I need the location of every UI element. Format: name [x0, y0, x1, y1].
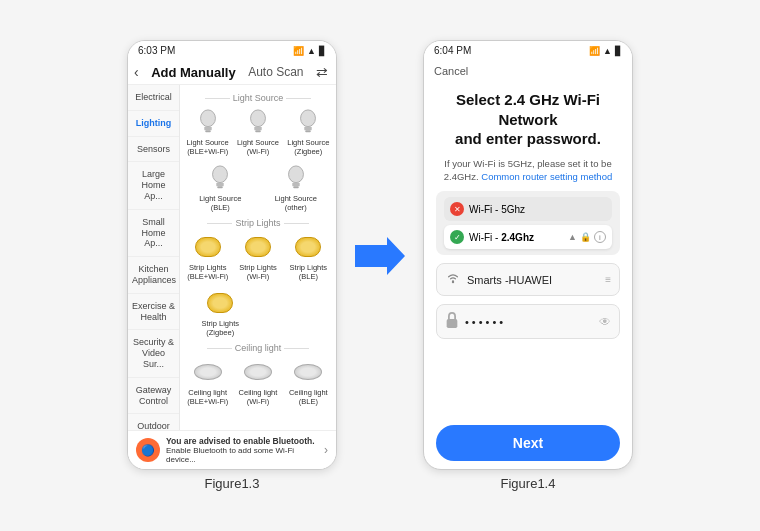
- svg-point-0: [200, 110, 215, 127]
- device-ceiling-wifi[interactable]: Ceiling light(Wi-Fi): [234, 356, 281, 408]
- f13-tabs: Electrical Lighting Sensors Large Home A…: [128, 85, 336, 430]
- f13-content: Light Source Light Source(BLE+Wi-Fi): [180, 85, 336, 430]
- section-light-source: Light Source: [184, 93, 332, 103]
- svg-point-6: [301, 110, 316, 127]
- ceiling-icon-ble: [294, 358, 322, 386]
- status-bar-f14: 6:04 PM 📶 ▲ ▊: [424, 41, 632, 60]
- network-edit-icon[interactable]: ≡: [605, 274, 611, 285]
- sidebar-item-large-home[interactable]: Large Home Ap...: [128, 162, 179, 209]
- phone-figure14: 6:04 PM 📶 ▲ ▊ Cancel Select 2.4 GHz Wi-F…: [423, 40, 633, 470]
- strip-icon-ble: [294, 233, 322, 261]
- ceiling-icon-wifi: [244, 358, 272, 386]
- wifi-check-24ghz: ✓: [450, 230, 464, 244]
- svg-rect-5: [255, 130, 261, 132]
- f13-header: ‹ Add Manually Auto Scan ⇄: [128, 60, 336, 85]
- section-ceiling: Ceiling light: [184, 343, 332, 353]
- device-ceiling-ble[interactable]: Ceiling light(BLE): [285, 356, 332, 408]
- svg-marker-15: [355, 237, 405, 275]
- svg-rect-7: [305, 127, 312, 131]
- svg-point-9: [213, 166, 228, 183]
- svg-rect-11: [217, 186, 223, 188]
- device-light-zigbee[interactable]: Light Source(Zigbee): [285, 106, 332, 158]
- battery-icon-f13: ▊: [319, 46, 326, 56]
- sidebar-item-lighting[interactable]: Lighting: [128, 111, 179, 137]
- svg-rect-14: [293, 186, 299, 188]
- f13-header-title: Add Manually: [151, 65, 236, 80]
- svg-point-12: [288, 166, 303, 183]
- ceiling-icon-ble-wifi: [194, 358, 222, 386]
- section-strip-lights: Strip Lights: [184, 218, 332, 228]
- svg-rect-13: [292, 183, 299, 187]
- svg-point-16: [452, 281, 454, 283]
- status-icons-f14: 📶 ▲ ▊: [589, 46, 622, 56]
- ceiling-light-grid: Ceiling light(BLE+Wi-Fi) Ceiling light(W…: [184, 356, 332, 408]
- main-container: 6:03 PM 📶 ▲ ▊ ‹ Add Manually Auto Scan ⇄…: [107, 30, 653, 501]
- figure13-label: Figure1.3: [205, 476, 260, 491]
- device-strip-ble[interactable]: Strip Lights(BLE): [285, 231, 332, 283]
- figure14-label: Figure1.4: [501, 476, 556, 491]
- wifi-options-list: ✕ Wi-Fi - 5Ghz ✓ Wi-Fi - 2.4Ghz ▲ 🔒 i: [436, 191, 620, 255]
- wifi-lock-icon: 🔒: [580, 232, 591, 242]
- device-strip-ble-wifi[interactable]: Strip Lights(BLE+Wi-Fi): [184, 231, 231, 283]
- bulb-icon-wifi: [244, 108, 272, 136]
- svg-rect-2: [205, 130, 211, 132]
- svg-rect-8: [306, 130, 312, 132]
- footer-sub-text: Enable Bluetooth to add some Wi-Fi devic…: [166, 446, 294, 464]
- password-lock-icon: [445, 312, 459, 331]
- wifi-name-5ghz: Wi-Fi - 5Ghz: [469, 204, 606, 215]
- sidebar-item-exercise[interactable]: Exercise & Health: [128, 294, 179, 331]
- status-icons-f13: 📶 ▲ ▊: [293, 46, 326, 56]
- wifi-option-24ghz[interactable]: ✓ Wi-Fi - 2.4Ghz ▲ 🔒 i: [444, 225, 612, 249]
- footer-chevron-icon[interactable]: ›: [324, 443, 328, 457]
- device-light-other[interactable]: Light Source(other): [260, 162, 333, 214]
- sidebar-item-sensors[interactable]: Sensors: [128, 137, 179, 163]
- strip-icon-ble-wifi: [194, 233, 222, 261]
- time-f14: 6:04 PM: [434, 45, 471, 56]
- device-strip-wifi[interactable]: Strip Lights(Wi-Fi): [234, 231, 281, 283]
- device-light-ble-wifi[interactable]: Light Source(BLE+Wi-Fi): [184, 106, 231, 158]
- wifi-option-5ghz[interactable]: ✕ Wi-Fi - 5Ghz: [444, 197, 612, 221]
- wifi-name-24ghz: Wi-Fi - 2.4Ghz: [469, 232, 563, 243]
- bluetooth-footer-icon: 🔵: [136, 438, 160, 462]
- sidebar-item-electrical[interactable]: Electrical: [128, 85, 179, 111]
- light-source-grid: Light Source(BLE+Wi-Fi) Light Source(Wi: [184, 106, 332, 158]
- f13-sidebar: Electrical Lighting Sensors Large Home A…: [128, 85, 180, 430]
- next-arrow-icon: [355, 237, 405, 275]
- password-value[interactable]: ••••••: [465, 316, 593, 328]
- f13-footer: 🔵 You are advised to enable Bluetooth. E…: [128, 430, 336, 469]
- strip-icon-zigbee: [206, 289, 234, 317]
- sidebar-item-gateway[interactable]: Gateway Control: [128, 378, 179, 415]
- scan-icon[interactable]: ⇄: [316, 64, 328, 80]
- device-light-ble[interactable]: Light Source(BLE): [184, 162, 257, 214]
- wifi-icon-f14: ▲: [603, 46, 612, 56]
- password-row[interactable]: •••••• 👁: [436, 304, 620, 339]
- f14-title: Select 2.4 GHz Wi-Fi Networkand enter pa…: [436, 90, 620, 149]
- f14-body: Select 2.4 GHz Wi-Fi Networkand enter pa…: [424, 82, 632, 469]
- bulb-icon-other: [282, 164, 310, 192]
- sidebar-item-small-home[interactable]: Small Home Ap...: [128, 210, 179, 257]
- sidebar-item-outdoor[interactable]: Outdoor Travel: [128, 414, 179, 430]
- light-source-grid-2: Light Source(BLE) Light Source(other): [184, 162, 332, 214]
- bulb-icon-zigbee: [294, 108, 322, 136]
- next-button[interactable]: Next: [436, 425, 620, 461]
- figure13-wrapper: 6:03 PM 📶 ▲ ▊ ‹ Add Manually Auto Scan ⇄…: [127, 40, 337, 491]
- auto-scan-button[interactable]: Auto Scan: [248, 65, 303, 79]
- cancel-button[interactable]: Cancel: [434, 65, 468, 77]
- phone-figure13: 6:03 PM 📶 ▲ ▊ ‹ Add Manually Auto Scan ⇄…: [127, 40, 337, 470]
- bulb-icon-ble: [206, 164, 234, 192]
- back-button-f13[interactable]: ‹: [134, 64, 139, 80]
- wifi-info-icon[interactable]: i: [594, 231, 606, 243]
- device-strip-zigbee[interactable]: Strip Lights(Zigbee): [184, 287, 257, 339]
- wifi-check-5ghz: ✕: [450, 202, 464, 216]
- device-light-wifi[interactable]: Light Source(Wi-Fi): [234, 106, 281, 158]
- sidebar-item-kitchen[interactable]: Kitchen Appliances: [128, 257, 179, 294]
- sidebar-item-security[interactable]: Security & Video Sur...: [128, 330, 179, 377]
- network-name-value: Smarts -HUAWEI: [467, 274, 599, 286]
- time-f13: 6:03 PM: [138, 45, 175, 56]
- svg-rect-17: [447, 319, 458, 328]
- router-setting-link[interactable]: Common router setting method: [481, 171, 612, 182]
- password-visibility-icon[interactable]: 👁: [599, 315, 611, 329]
- wifi-icon-f13: ▲: [307, 46, 316, 56]
- f14-cancel-header: Cancel: [424, 60, 632, 82]
- device-ceiling-ble-wifi[interactable]: Ceiling light(BLE+Wi-Fi): [184, 356, 231, 408]
